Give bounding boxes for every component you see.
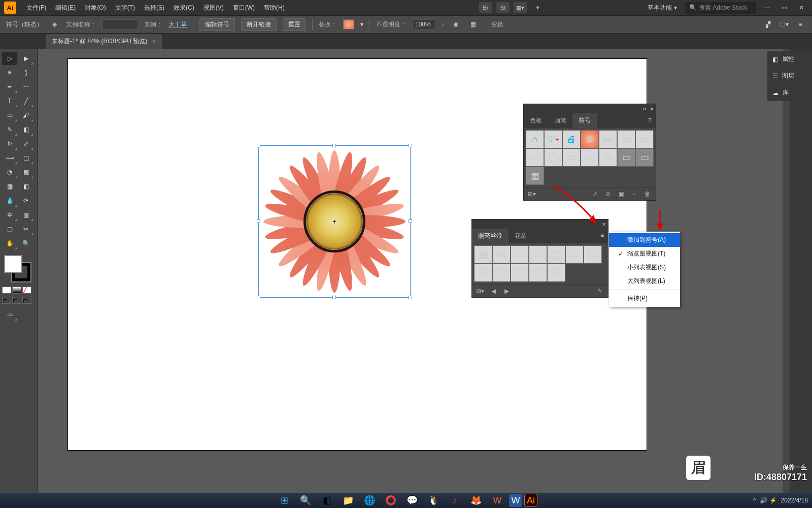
draw-normal[interactable]: ◻ — [2, 297, 11, 304]
symbol-heart[interactable]: ♡+ — [544, 130, 562, 148]
gradient-mode[interactable] — [12, 287, 21, 294]
handle-nw[interactable] — [257, 144, 260, 147]
gradient-tool[interactable]: ◧ — [18, 180, 33, 193]
lib-symbol[interactable]: ▭ — [547, 264, 565, 282]
menu-thumbnail-view[interactable]: ✓缩览图视图(T) — [609, 247, 680, 261]
library-menu-icon[interactable]: ⊞▾ — [528, 190, 536, 198]
symbol-home[interactable]: ⌂ — [526, 130, 544, 148]
slice-tool[interactable]: ✂ — [18, 223, 33, 236]
edge-icon[interactable]: 🌐 — [360, 491, 379, 508]
illustrator-icon[interactable]: Ai — [524, 494, 537, 507]
explorer-icon[interactable]: 📁 — [339, 491, 358, 508]
symbol-ribbon3[interactable]: ▭ — [635, 130, 654, 148]
lib-symbol[interactable]: ▭ — [529, 245, 547, 264]
flower-library-tab[interactable]: 花朵 — [509, 229, 533, 243]
taskbar-date[interactable]: 2022/4/18 — [781, 497, 808, 504]
anchor-icon[interactable]: ☐▾ — [779, 19, 790, 29]
style-icon[interactable]: ◉ — [450, 19, 461, 29]
menu-large-list-view[interactable]: 大列表视图(L) — [609, 274, 680, 288]
symbol-type-icon[interactable]: ◈ — [49, 19, 60, 29]
panel-menu-icon[interactable]: ≡ — [644, 113, 656, 128]
wechat-icon[interactable]: 💬 — [402, 491, 422, 508]
music-icon[interactable]: ♪ — [445, 491, 464, 508]
symbol-ribbon2[interactable]: ▭ — [617, 130, 635, 148]
instance-name-input[interactable] — [103, 19, 138, 29]
swatches-tab[interactable]: 色板 — [524, 113, 548, 128]
symbol-slot[interactable]: ▭ — [635, 148, 654, 167]
vertical-scrollbar[interactable] — [783, 49, 790, 493]
handle-w[interactable] — [257, 219, 260, 223]
lib-symbol[interactable]: ▭ — [511, 245, 529, 264]
eraser-tool[interactable]: ◧ — [18, 123, 33, 136]
symbol-ribbon1[interactable]: ⋈ — [599, 130, 617, 148]
reset-button[interactable]: 重置 — [283, 18, 306, 31]
collapse-icon[interactable]: ‹‹ — [642, 105, 647, 112]
handle-s[interactable] — [332, 296, 336, 299]
word-icon[interactable]: W — [509, 494, 522, 507]
symbol-options-icon[interactable]: ▣ — [617, 190, 625, 198]
symbol-sprayer-tool[interactable]: ✲ — [2, 208, 17, 221]
type-tool[interactable]: T — [2, 94, 17, 108]
bridge-icon[interactable]: Br — [479, 2, 492, 13]
symbol-ribbon4[interactable]: ▭ — [526, 148, 544, 167]
qq-icon[interactable]: 🐧 — [424, 491, 443, 508]
transform-label[interactable]: 变换 — [491, 20, 503, 29]
menu-add-to-symbols[interactable]: 添加到符号(A) — [609, 233, 680, 247]
symbol-ribbon5[interactable]: ◯ — [544, 148, 562, 167]
symbol-flower[interactable]: ✿ — [581, 130, 599, 148]
symbols-tab[interactable]: 符号 — [572, 113, 597, 128]
menu-help[interactable]: 帮助(H) — [260, 2, 289, 14]
edit-symbol-button[interactable]: 编辑符号 — [199, 18, 235, 31]
screen-mode[interactable]: ▭ — [2, 308, 17, 321]
handle-ne[interactable] — [409, 144, 412, 147]
symbol-ribbon8[interactable]: ▭ — [599, 148, 617, 167]
tab-close-icon[interactable]: × — [152, 38, 156, 45]
lasso-tool[interactable]: ⟆ — [18, 66, 33, 79]
curvature-tool[interactable]: 〰 — [18, 80, 33, 93]
maximize-button[interactable]: ▭ — [777, 3, 791, 13]
wps-icon[interactable]: W — [488, 491, 507, 508]
edit-icon[interactable]: ✎ — [596, 287, 604, 295]
browser-icon[interactable]: 🦊 — [466, 491, 486, 508]
menu-file[interactable]: 文件(F) — [22, 2, 50, 14]
recolor-icon[interactable]: ▦ — [467, 19, 479, 29]
menu-small-list-view[interactable]: 小列表视图(S) — [609, 261, 680, 274]
none-mode[interactable]: ╱ — [22, 287, 31, 294]
delete-symbol-icon[interactable]: 🗑 — [644, 190, 652, 198]
selection-tool[interactable]: ▷ — [2, 52, 17, 65]
menu-select[interactable]: 选择(S) — [140, 2, 168, 14]
menu-window[interactable]: 窗口(W) — [229, 2, 259, 14]
zoom-tool[interactable]: 🔍 — [18, 237, 33, 250]
handle-se[interactable] — [409, 296, 412, 299]
example-link[interactable]: 大丁草 — [168, 20, 187, 29]
minimize-button[interactable]: — — [760, 3, 773, 13]
perspective-tool[interactable]: ▩ — [18, 166, 33, 179]
lib-symbol[interactable]: ◯ — [547, 245, 565, 264]
panel-libraries[interactable]: ☁库 — [767, 84, 812, 101]
eyedropper-tool[interactable]: 💧 — [2, 194, 17, 207]
width-tool[interactable]: ⟿ — [2, 151, 17, 165]
rectangle-tool[interactable]: ▭ — [2, 109, 17, 122]
draw-behind[interactable]: ◻ — [12, 297, 21, 304]
opacity-input[interactable] — [413, 19, 436, 29]
break-link-icon[interactable]: ⊘ — [604, 190, 612, 198]
handle-sw[interactable] — [257, 296, 260, 299]
fill-swatch[interactable] — [4, 255, 22, 273]
break-link-button[interactable]: 断开链接 — [241, 18, 277, 31]
rotate-tool[interactable]: ↻ — [2, 137, 17, 150]
lib-symbol[interactable]: ▭ — [511, 264, 529, 282]
direct-selection-tool[interactable]: ▶ — [18, 52, 33, 65]
panel-layers[interactable]: ☰图层 — [767, 68, 812, 84]
symbol-slot[interactable]: ▭ — [617, 148, 635, 167]
brushes-tab[interactable]: 画笔 — [548, 113, 572, 128]
mesh-tool[interactable]: ▦ — [2, 180, 17, 193]
replace-thumbnail[interactable] — [343, 19, 354, 29]
menu-effect[interactable]: 效果(C) — [170, 2, 198, 14]
pen-tool[interactable]: ✒ — [2, 80, 17, 93]
arrange-icon[interactable]: ▦▾ — [514, 2, 527, 13]
shape-builder-tool[interactable]: ◔ — [2, 166, 17, 179]
search-button[interactable]: 🔍 — [296, 491, 315, 508]
scale-tool[interactable]: ⤢ — [18, 137, 33, 150]
next-library-icon[interactable]: ▶ — [502, 287, 511, 295]
tray-chevron[interactable]: ^ — [753, 497, 756, 504]
